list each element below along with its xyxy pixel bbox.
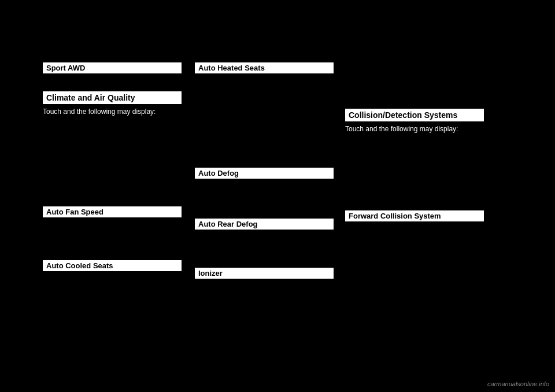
page-background: Sport AWD Climate and Air Quality Touch … — [0, 0, 555, 392]
collision-heading: Collision/Detection Systems — [345, 109, 484, 121]
auto-fan-speed-section: Auto Fan Speed — [43, 206, 182, 217]
auto-defog-label: Auto Defog — [195, 168, 334, 179]
climate-heading: Climate and Air Quality — [43, 91, 182, 104]
forward-collision-label: Forward Collision System — [345, 210, 484, 221]
forward-collision-section: Forward Collision System — [345, 210, 484, 221]
collision-section: Collision/Detection Systems Touch and th… — [345, 109, 484, 134]
auto-heated-seats-label: Auto Heated Seats — [195, 62, 334, 73]
collision-body-text: Touch and the following may display: — [345, 124, 484, 134]
ionizer-section: Ionizer — [195, 268, 334, 279]
watermark: carmanualsonline.info — [487, 380, 549, 387]
auto-heated-seats-section: Auto Heated Seats — [195, 62, 334, 73]
climate-body-text: Touch and the following may display: — [43, 106, 182, 117]
sport-awd-label: Sport AWD — [43, 62, 182, 73]
auto-cooled-seats-section: Auto Cooled Seats — [43, 260, 182, 271]
auto-rear-defog-section: Auto Rear Defog — [195, 219, 334, 230]
climate-section: Climate and Air Quality Touch and the fo… — [43, 91, 182, 117]
auto-rear-defog-label: Auto Rear Defog — [195, 219, 334, 230]
auto-defog-section: Auto Defog — [195, 168, 334, 179]
auto-fan-speed-label: Auto Fan Speed — [43, 206, 182, 217]
auto-cooled-seats-label: Auto Cooled Seats — [43, 260, 182, 271]
sport-awd-section: Sport AWD — [43, 62, 182, 73]
ionizer-label: Ionizer — [195, 268, 334, 279]
